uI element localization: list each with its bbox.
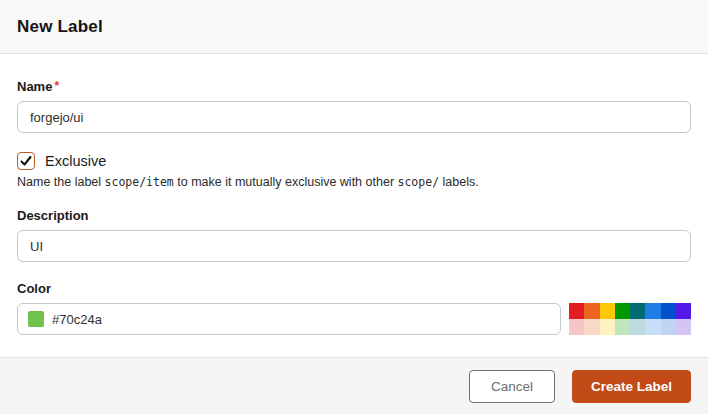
- color-field-block: Color: [17, 281, 691, 335]
- color-input[interactable]: [52, 312, 550, 327]
- color-label: Color: [17, 281, 691, 296]
- palette-swatch[interactable]: [569, 319, 584, 335]
- new-label-modal: New Label Name* Exclusive Name the label…: [0, 0, 708, 414]
- help-code-scope-item: scope/item: [105, 175, 174, 189]
- palette-swatch[interactable]: [645, 319, 660, 335]
- name-label: Name*: [17, 79, 691, 94]
- palette-swatch[interactable]: [600, 303, 615, 319]
- exclusive-checkbox[interactable]: [17, 152, 35, 170]
- palette-swatch[interactable]: [630, 319, 645, 335]
- page-title: New Label: [17, 17, 103, 37]
- modal-body: Name* Exclusive Name the label scope/ite…: [0, 54, 708, 357]
- color-palette: [569, 303, 691, 335]
- palette-swatch[interactable]: [645, 303, 660, 319]
- cancel-button[interactable]: Cancel: [469, 370, 555, 403]
- modal-footer: Cancel Create Label: [0, 357, 708, 414]
- help-prefix: Name the label: [17, 175, 105, 189]
- palette-swatch[interactable]: [615, 319, 630, 335]
- description-input[interactable]: [17, 230, 691, 262]
- help-code-scope: scope/: [398, 175, 440, 189]
- color-preview-swatch: [28, 311, 44, 327]
- palette-swatch[interactable]: [630, 303, 645, 319]
- required-asterisk: *: [54, 79, 59, 93]
- palette-row-saturated: [569, 303, 691, 319]
- palette-swatch[interactable]: [676, 303, 691, 319]
- color-input-wrap[interactable]: [17, 303, 561, 335]
- palette-row-light: [569, 319, 691, 335]
- name-field-block: Name*: [17, 79, 691, 133]
- palette-swatch[interactable]: [615, 303, 630, 319]
- palette-swatch[interactable]: [661, 303, 676, 319]
- palette-swatch[interactable]: [569, 303, 584, 319]
- help-suffix: labels.: [439, 175, 479, 189]
- palette-swatch[interactable]: [584, 319, 599, 335]
- palette-swatch[interactable]: [584, 303, 599, 319]
- exclusive-help-text: Name the label scope/item to make it mut…: [17, 175, 691, 189]
- exclusive-checkbox-row[interactable]: Exclusive: [17, 152, 691, 170]
- create-label-button[interactable]: Create Label: [572, 370, 691, 403]
- color-row: [17, 303, 691, 335]
- name-label-text: Name: [17, 79, 52, 94]
- help-middle: to make it mutually exclusive with other: [174, 175, 398, 189]
- description-label: Description: [17, 208, 691, 223]
- palette-swatch[interactable]: [661, 319, 676, 335]
- exclusive-label[interactable]: Exclusive: [45, 153, 106, 169]
- palette-swatch[interactable]: [600, 319, 615, 335]
- checkmark-icon: [20, 155, 32, 167]
- modal-header: New Label: [0, 0, 708, 54]
- description-field-block: Description: [17, 208, 691, 262]
- name-input[interactable]: [17, 101, 691, 133]
- palette-swatch[interactable]: [676, 319, 691, 335]
